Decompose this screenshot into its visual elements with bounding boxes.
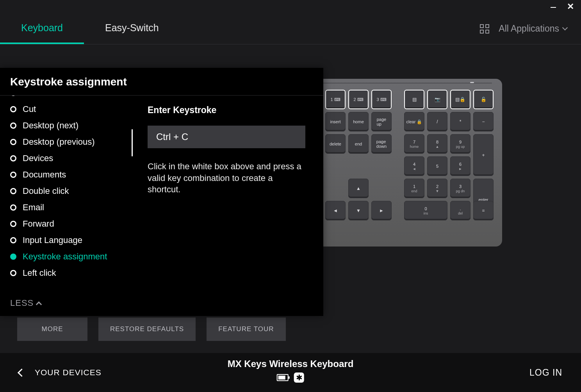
key-contextlock[interactable]: ▤🔒 [450, 90, 471, 109]
radio-icon [10, 122, 16, 129]
feature-tour-button[interactable]: FEATURE TOUR [207, 318, 285, 341]
device-info: MX Keys Wireless Keyboard [228, 358, 354, 383]
key-numdiv[interactable]: / [427, 112, 447, 131]
key-num8[interactable]: 8▲ [427, 134, 447, 154]
close-button[interactable]: ✕ [567, 2, 574, 11]
key-arrow-down[interactable]: ▼ [348, 201, 369, 220]
option-label: Documents [23, 170, 66, 180]
key-numlock[interactable]: clear 🔒 [404, 112, 424, 131]
option-label: Keystroke assignment [23, 252, 107, 262]
detail-help-text: Click in the white box above and press a… [148, 161, 304, 195]
option-keystroke-assignment[interactable]: Keystroke assignment [10, 248, 129, 265]
option-desktop-previous-[interactable]: Desktop (previous) [10, 134, 129, 150]
option-detail: Enter Keystroke Ctrl + C Click in the wh… [133, 96, 323, 294]
key-insert[interactable]: insert [325, 112, 346, 131]
option-label: Left click [23, 268, 56, 278]
chevron-down-icon [562, 25, 568, 30]
key-snip[interactable]: 📷 [427, 90, 447, 109]
key-num5[interactable]: 5 [427, 156, 447, 176]
option-documents[interactable]: Documents [10, 167, 129, 183]
option-label: Cut [23, 104, 36, 114]
option-label: Desktop (previous) [23, 137, 95, 147]
app-select[interactable]: All Applications [499, 23, 567, 34]
less-label: LESS [10, 298, 34, 308]
radio-icon [10, 204, 16, 211]
tabs: Keyboard Easy-Switch [0, 13, 180, 44]
key-num4[interactable]: 4◄ [404, 156, 424, 176]
detail-title: Enter Keystroke [148, 105, 306, 115]
option-label: Forward [23, 219, 54, 229]
option-left-click[interactable]: Left click [10, 265, 129, 281]
option-input-language[interactable]: Input Language [10, 232, 129, 248]
radio-icon [10, 270, 16, 276]
key-arrow-right[interactable]: ► [371, 201, 392, 220]
key-easy2[interactable]: 2 ⌨ [348, 90, 369, 109]
keyboard-led-icon [470, 82, 474, 83]
key-num2[interactable]: 2▼ [427, 179, 447, 198]
radio-icon [10, 237, 16, 243]
radio-icon [10, 96, 16, 96]
key-lock[interactable]: 🔓 [473, 90, 494, 109]
key-arrow-left[interactable]: ◄ [325, 201, 346, 220]
key-home[interactable]: home [348, 112, 369, 131]
option-desktop-next-[interactable]: Desktop (next) [10, 117, 129, 134]
battery-icon [277, 374, 289, 381]
option-label: Desktop (next) [23, 121, 78, 131]
login-button[interactable]: LOG IN [529, 367, 562, 378]
your-devices-button[interactable]: YOUR DEVICES [19, 368, 102, 377]
key-end[interactable]: end [348, 134, 369, 154]
action-option-list[interactable]: CortanaCutDesktop (next)Desktop (previou… [0, 96, 133, 294]
receiver-icon [294, 372, 304, 383]
option-double-click[interactable]: Double click [10, 183, 129, 199]
radio-icon [10, 221, 16, 227]
minimize-button[interactable] [551, 3, 556, 11]
key-calc[interactable]: ▤ [404, 90, 424, 109]
radio-icon [10, 172, 16, 178]
apps-grid-icon[interactable] [480, 24, 489, 34]
panel-title: Keystroke assignment [0, 68, 323, 96]
key-nummul[interactable]: * [450, 112, 471, 131]
action-buttons: MORE RESTORE DEFAULTS FEATURE TOUR [17, 318, 286, 341]
key-numdot[interactable]: .del [450, 201, 471, 220]
key-num1[interactable]: 1end [404, 179, 424, 198]
option-forward[interactable]: Forward [10, 216, 129, 232]
tab-keyboard[interactable]: Keyboard [0, 13, 84, 44]
tab-easy-switch[interactable]: Easy-Switch [84, 13, 180, 44]
key-num7[interactable]: 7home [404, 134, 424, 154]
radio-icon [10, 155, 16, 161]
main: 🔇F11 🔈F12 🔊 1 ⌨ 2 ⌨ 3 ⌨ ▤ 📷 ▤🔒 🔓 += back… [0, 44, 581, 353]
chevron-up-icon [36, 301, 42, 307]
key-pagedown[interactable]: pagedown [371, 134, 392, 154]
keystroke-input[interactable]: Ctrl + C [148, 126, 305, 148]
radio-icon [10, 106, 16, 112]
option-devices[interactable]: Devices [10, 150, 129, 167]
option-label: Email [23, 202, 44, 213]
key-arrow-up[interactable]: ▲ [348, 179, 369, 198]
key-num0[interactable]: 0ins [404, 201, 447, 220]
key-pageup[interactable]: pageup [371, 112, 392, 131]
device-name: MX Keys Wireless Keyboard [228, 358, 354, 369]
option-label: Cortana [23, 96, 53, 98]
radio-icon [10, 139, 16, 145]
chevron-left-icon [18, 368, 26, 376]
radio-icon [10, 188, 16, 194]
key-numeq[interactable]: = [473, 201, 494, 220]
key-easy1[interactable]: 1 ⌨ [325, 90, 346, 109]
option-cut[interactable]: Cut [10, 101, 129, 117]
key-num9[interactable]: 9pg up [450, 134, 471, 154]
footer: YOUR DEVICES MX Keys Wireless Keyboard L… [0, 353, 581, 392]
radio-icon [10, 254, 16, 260]
restore-defaults-button[interactable]: RESTORE DEFAULTS [98, 318, 196, 341]
app-select-label: All Applications [499, 23, 559, 34]
option-label: Double click [23, 186, 69, 196]
less-toggle[interactable]: LESS [0, 294, 323, 316]
option-cortana[interactable]: Cortana [10, 96, 129, 101]
option-email[interactable]: Email [10, 199, 129, 216]
option-label: Input Language [23, 235, 82, 245]
more-button[interactable]: MORE [17, 318, 87, 341]
key-delete[interactable]: delete [325, 134, 346, 154]
key-easy3[interactable]: 3 ⌨ [371, 90, 392, 109]
key-num3[interactable]: 3pg dn [450, 179, 471, 198]
key-num6[interactable]: 6► [450, 156, 471, 176]
key-numsub[interactable]: − [473, 112, 494, 131]
